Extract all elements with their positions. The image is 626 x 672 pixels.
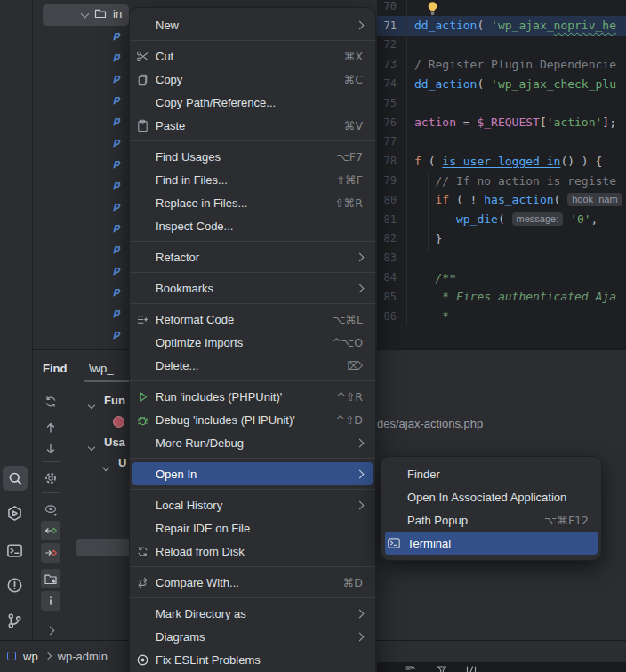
submenu-item-path-popup[interactable]: Path Popup⌥⌘F12 — [381, 508, 601, 532]
menu-item-local-history[interactable]: Local History — [130, 493, 375, 516]
group-by-directory-toggle[interactable] — [41, 569, 60, 588]
preview-eye-icon[interactable] — [44, 502, 58, 516]
code-line[interactable]: 70 — [377, 0, 626, 16]
code-line[interactable]: 74dd_action( 'wp_ajax_check_plu — [377, 74, 626, 93]
code-line[interactable]: 72 — [377, 36, 626, 55]
navigate-next-toggle[interactable] — [41, 543, 60, 563]
toolbar-separator — [42, 461, 60, 462]
menu-item-delete[interactable]: Delete...⌦ — [130, 354, 375, 377]
find-selected-row[interactable] — [76, 539, 133, 556]
show-info-toggle[interactable] — [41, 591, 60, 611]
code-line[interactable]: 82 } — [377, 229, 626, 249]
clipped-sort-icon[interactable] — [405, 665, 417, 672]
code-line[interactable]: 79 // If no action is registe — [377, 171, 626, 190]
next-occurrence-icon[interactable] — [44, 442, 58, 456]
menu-separator — [130, 380, 375, 381]
menu-item-mark-directory-as[interactable]: Mark Directory as — [130, 602, 375, 625]
code-editor[interactable]: 70 71dd_action( 'wp_ajax_nopriv_he 72 73… — [377, 0, 626, 349]
code-line[interactable]: 80 if ( ! has_action( hook_nam — [377, 190, 626, 210]
php-file-icon[interactable]: p — [113, 200, 129, 214]
clipped-filter-icon[interactable] — [436, 665, 448, 672]
chevron-down-icon[interactable] — [103, 458, 108, 474]
php-file-icon[interactable]: p — [113, 285, 129, 300]
menu-item-diagrams[interactable]: Diagrams — [130, 625, 375, 648]
code-line[interactable]: 81 wp_die( message: '0', — [377, 210, 626, 229]
menu-item-copy-path[interactable]: Copy Path/Reference... — [130, 91, 375, 114]
php-file-icon[interactable]: p — [113, 51, 129, 65]
result-file-path[interactable]: des/ajax-actions.php — [377, 417, 483, 430]
breadcrumb-item-wp-admin[interactable]: wp-admin — [58, 650, 108, 663]
menu-item-fix-eslint[interactable]: Fix ESLint Problems — [130, 648, 375, 671]
menu-item-new[interactable]: New — [130, 13, 375, 36]
search-tool-button[interactable] — [3, 466, 28, 491]
run-tool-button[interactable] — [6, 505, 23, 522]
code-line[interactable]: 83 — [377, 248, 626, 268]
menu-item-find-usages[interactable]: Find Usages⌥F7 — [130, 145, 375, 168]
code-line-current[interactable]: 71dd_action( 'wp_ajax_nopriv_he — [377, 16, 626, 36]
php-file-icon[interactable]: p — [113, 179, 129, 193]
php-file-icon[interactable]: p — [113, 307, 129, 321]
code-line[interactable]: 85 * Fires authenticated Aja — [377, 287, 626, 307]
menu-item-refactor[interactable]: Refactor — [130, 245, 375, 268]
code-line[interactable]: 78f ( is_user_logged_in() ) { — [377, 151, 626, 171]
chevron-down-icon[interactable] — [89, 437, 94, 453]
chevron-down-icon[interactable] — [89, 396, 94, 412]
submenu-arrow-icon — [357, 22, 363, 28]
refresh-search-icon[interactable] — [44, 395, 58, 409]
code-line[interactable]: 73/ Register Plugin Dependencie — [377, 54, 626, 74]
php-file-icon[interactable]: p — [113, 115, 129, 129]
code-line[interactable]: 76action = $_REQUEST['action']; — [377, 113, 626, 132]
php-file-icon[interactable]: p — [113, 243, 129, 257]
submenu-item-finder[interactable]: Finder — [381, 462, 601, 485]
code-line[interactable]: 86 * — [377, 307, 626, 326]
menu-separator — [130, 303, 375, 304]
previous-occurrence-icon[interactable] — [44, 420, 58, 435]
problems-tool-button[interactable] — [6, 577, 23, 594]
php-file-icon[interactable]: p — [113, 72, 129, 86]
chevron-down-icon[interactable] — [81, 9, 90, 18]
menu-item-open-in[interactable]: Open In — [132, 462, 373, 485]
menu-item-run-phpunit[interactable]: Run 'includes (PHPUnit)'^⇧R — [130, 385, 375, 408]
code-line[interactable]: 77 — [377, 132, 626, 152]
menu-item-optimize-imports[interactable]: Optimize Imports^⌥O — [130, 331, 375, 354]
php-file-icon[interactable]: p — [113, 328, 129, 342]
submenu-item-terminal[interactable]: Terminal — [385, 532, 598, 555]
expand-chevron-icon[interactable] — [47, 621, 53, 637]
breadcrumb-item-wp[interactable]: wp — [23, 650, 38, 663]
php-file-icon[interactable]: p — [113, 93, 129, 108]
menu-item-debug-phpunit[interactable]: Debug 'includes (PHPUnit)'^⇧D — [130, 408, 375, 431]
menu-item-find-in-files[interactable]: Find in Files...⇧⌘F — [130, 168, 375, 191]
menu-item-replace-in-files[interactable]: Replace in Files...⇧⌘R — [130, 191, 375, 214]
menu-item-reformat-code[interactable]: Reformat Code⌥⌘L — [130, 308, 375, 331]
php-file-icon[interactable]: p — [113, 29, 129, 44]
php-file-icon[interactable]: p — [113, 136, 129, 150]
menu-item-cut[interactable]: Cut⌘X — [130, 44, 375, 68]
open-in-submenu: Finder Open In Associated Application Pa… — [381, 456, 602, 561]
find-query-tab[interactable]: \wp_ — [89, 362, 113, 375]
find-node-usage-child[interactable]: U — [118, 456, 126, 469]
submenu-arrow-icon — [357, 634, 363, 640]
find-node-usages[interactable]: Usa — [104, 436, 125, 449]
jump-to-source-toggle[interactable] — [41, 521, 60, 540]
menu-item-reload-from-disk[interactable]: Reload from Disk — [130, 540, 375, 563]
find-node-functions[interactable]: Fun — [104, 394, 125, 407]
settings-gear-icon[interactable] — [44, 471, 58, 485]
php-file-icon[interactable]: p — [113, 221, 129, 236]
php-file-icon[interactable]: p — [113, 264, 129, 278]
tree-folder-row-content: in — [82, 6, 122, 20]
menu-item-inspect-code[interactable]: Inspect Code... — [130, 214, 375, 237]
php-file-icon[interactable]: p — [113, 157, 129, 172]
terminal-tool-button[interactable] — [6, 542, 23, 559]
clipped-regex-icon[interactable] — [465, 665, 478, 672]
intention-lightbulb-icon[interactable] — [425, 1, 440, 16]
git-branch-tool-button[interactable] — [6, 612, 23, 629]
menu-item-repair-ide[interactable]: Repair IDE on File — [130, 516, 375, 540]
menu-item-compare-with[interactable]: Compare With...⌘D — [130, 571, 375, 594]
code-line[interactable]: 84 /** — [377, 268, 626, 287]
menu-item-bookmarks[interactable]: Bookmarks — [130, 276, 375, 300]
code-line[interactable]: 75 — [377, 93, 626, 113]
submenu-item-associated-application[interactable]: Open In Associated Application — [381, 485, 601, 508]
menu-item-more-run-debug[interactable]: More Run/Debug — [130, 431, 375, 454]
menu-item-copy[interactable]: Copy⌘C — [130, 68, 375, 91]
menu-item-paste[interactable]: Paste⌘V — [130, 114, 375, 137]
